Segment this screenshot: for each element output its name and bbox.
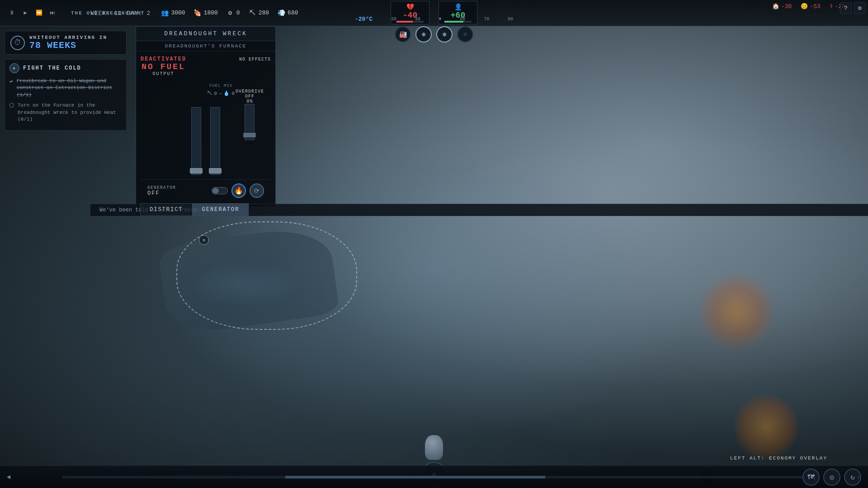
overdrive-section: OVERDRIVE OFF 0% <box>236 89 264 140</box>
timer-icon: ⏱ <box>10 36 25 50</box>
quest-text-2: Turn on the Furnace in the Dreadnought W… <box>18 102 122 123</box>
heart-icon: 💔 <box>406 3 414 11</box>
fire-glow-2 <box>732 393 800 461</box>
materials-icon: ⚙ <box>226 9 234 17</box>
furnace-subtitle: DREADNOUGHT'S FURNACE <box>136 41 275 52</box>
bottom-scrollbar[interactable] <box>62 476 805 479</box>
temperature-scale: -20°C 30 40 ▼ 60 70 80 <box>355 16 513 23</box>
quest-check-1: ✓ <box>9 78 13 86</box>
coal-mix-value: 0 <box>214 91 217 96</box>
fight-cold-label: FIGHT THE COLD <box>23 65 81 71</box>
workers-value: 3000 <box>171 9 185 16</box>
temp-30: 30 <box>391 17 396 22</box>
rotate-button[interactable]: ↻ <box>844 469 861 486</box>
cold-icon: ● <box>9 63 19 73</box>
toggle-knob <box>212 188 219 193</box>
steam-icon: 💨 <box>277 9 285 17</box>
slider-track-left <box>191 107 201 175</box>
pause-button[interactable]: ⏸ <box>7 8 17 18</box>
stat-2: 😊 -53 <box>801 3 820 10</box>
quest-item-2: Turn on the Furnace in the Dreadnought W… <box>9 102 122 123</box>
target-button[interactable]: ◎ <box>823 469 840 486</box>
map-button[interactable]: 🗺 <box>802 469 820 486</box>
generator-state: OFF <box>147 190 176 197</box>
overdrive-label: OVERDRIVE <box>236 89 264 94</box>
scrollbar-handle <box>285 476 545 479</box>
generator-section: GENERATOR OFF 🔥 ⟳ <box>141 179 271 202</box>
fuel-mix-icons: ⛏ 0 → 💧 0 <box>207 90 235 96</box>
tab-generator[interactable]: GENERATOR <box>193 203 249 216</box>
coal-resource: ⛏ 280 <box>248 9 269 17</box>
sliders-area: FUEL MIX ⛏ 0 → 💧 0 <box>141 80 271 179</box>
speed-button[interactable]: ⟳ <box>250 183 264 198</box>
stat-value-2: -53 <box>810 3 820 10</box>
play-button[interactable]: ▶ <box>20 8 30 18</box>
stat-1: 🏠 -30 <box>772 3 792 10</box>
nav-icon-snowflake-1[interactable]: ❄ <box>415 26 432 42</box>
furnace-status: DEACTIVATED NO FUEL OUTPUT <box>141 56 186 76</box>
tab-district[interactable]: DISTRICT <box>140 203 193 216</box>
people-icon: 👤 <box>454 3 462 11</box>
generator-label: GENERATOR <box>147 185 176 190</box>
fuel-mix-label: FUEL MIX <box>207 84 235 88</box>
steam-resource: 💨 680 <box>277 9 298 17</box>
coal-icon: ⛏ <box>248 9 256 17</box>
overdrive-handle[interactable] <box>243 133 256 137</box>
nav-icon-circle[interactable]: ○ <box>457 26 473 42</box>
settings-button[interactable]: ⚙ <box>854 2 866 14</box>
coal-mix-icon: ⛏ <box>207 90 212 96</box>
slider-handle-right[interactable] <box>209 168 222 174</box>
whiteout-timer: ⏱ WHITEOUT ARRIVING IN 78 WEEKS <box>5 31 127 55</box>
playback-controls: ⏸ ▶ ⏩ ⏭ <box>0 8 64 18</box>
nav-icon-factory[interactable]: 🏭 <box>395 26 411 42</box>
fast-forward-button[interactable]: ⏩ <box>34 8 44 18</box>
temp-50: ▼ <box>439 17 441 22</box>
help-button[interactable]: ? <box>840 2 852 14</box>
materials-value: 0 <box>236 9 240 16</box>
stat-icon-2: 😊 <box>801 3 808 10</box>
top-nav-icons: 🏭 ❄ ❄ ○ <box>395 26 473 42</box>
slider-track-right <box>210 107 220 175</box>
fuel-slider-left[interactable] <box>191 107 201 175</box>
fastest-button[interactable]: ⏭ <box>47 8 57 18</box>
quest-circle-2 <box>9 103 14 108</box>
top-right-buttons: ? ⚙ <box>840 2 866 14</box>
steam-value: 680 <box>288 9 298 16</box>
materials-resource: ⚙ 0 <box>226 9 240 17</box>
arrow-icon: → <box>219 91 222 96</box>
slider-handle-left[interactable] <box>190 168 203 174</box>
workers-resource: 👥 3000 <box>160 9 185 17</box>
whiteout-label: WHITEOUT ARRIVING IN <box>29 35 107 40</box>
nofuel-label: NO FUEL <box>141 62 186 71</box>
fuel-slider-right[interactable] <box>210 107 220 175</box>
temp-70: 70 <box>484 17 489 22</box>
food-resource: 🍖 1800 <box>193 9 218 17</box>
oil-mix-icon: 💧 <box>223 90 230 96</box>
character-token <box>423 432 445 463</box>
whiteout-weeks: 78 WEEKS <box>29 40 107 51</box>
nav-icon-snowflake-2[interactable]: ❄ <box>436 26 453 42</box>
close-wreck-button[interactable]: ✕ <box>199 235 209 245</box>
overdrive-slider[interactable] <box>245 104 255 140</box>
timer-text: WHITEOUT ARRIVING IN 78 WEEKS <box>29 35 107 51</box>
coal-value: 280 <box>259 9 269 16</box>
deactivated-label: DEACTIVATED <box>141 56 186 62</box>
bottom-right-buttons: 🗺 ◎ ↻ <box>802 469 861 486</box>
stat-icon-3: ⚕ <box>830 3 833 10</box>
generator-labels: GENERATOR OFF <box>147 185 176 197</box>
temp-current: -20°C <box>355 16 373 23</box>
scroll-left-arrow[interactable]: ◄ <box>0 474 17 481</box>
week-day-display: WEEK: 11 DAY: 2 <box>90 0 151 26</box>
no-effects-label: NO EFFECTS <box>239 57 271 62</box>
output-label: OUTPUT <box>141 71 186 76</box>
quest-item-1: ✓ Frostbreak to an Oil Wagon and constru… <box>9 78 122 99</box>
quest-panel: ⏱ WHITEOUT ARRIVING IN 78 WEEKS ● FIGHT … <box>0 26 131 135</box>
fire-glow-1 <box>696 271 778 352</box>
day-label: DAY: 2 <box>127 10 151 17</box>
fight-cold-title: ● FIGHT THE COLD <box>9 63 122 73</box>
stat-icon-1: 🏠 <box>772 3 779 10</box>
flame-button[interactable]: 🔥 <box>231 183 246 198</box>
furnace-panel: DREADNOUGHT WRECK DREADNOUGHT'S FURNACE … <box>136 26 276 206</box>
generator-toggle[interactable] <box>212 187 228 194</box>
food-icon: 🍖 <box>193 9 202 17</box>
